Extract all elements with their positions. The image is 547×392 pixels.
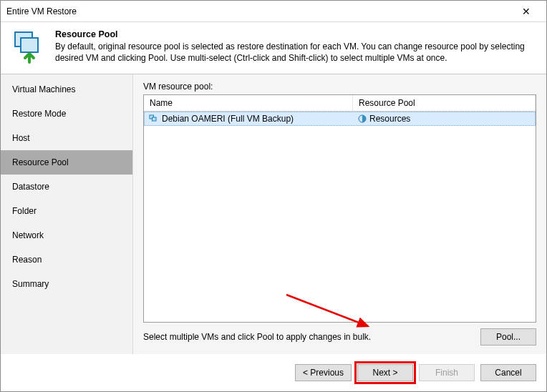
sidebar-item-network[interactable]: Network: [1, 223, 132, 248]
sidebar-item-host[interactable]: Host: [1, 126, 132, 150]
wizard-header: Resource Pool By default, original resou…: [1, 22, 546, 74]
sidebar-item-label: Virtual Machines: [12, 84, 76, 94]
wizard-buttons: < Previous Next > Finish Cancel: [1, 354, 546, 391]
header-description: By default, original resource pool is se…: [55, 41, 536, 64]
wizard-main: VM resource pool: Name Resource Pool Deb…: [133, 74, 546, 354]
wizard-sidebar: Virtual Machines Restore Mode Host Resou…: [1, 74, 133, 354]
sidebar-item-summary[interactable]: Summary: [1, 272, 132, 296]
table-header: Name Resource Pool: [144, 95, 536, 112]
hint-text: Select multiple VMs and click Pool to ap…: [143, 332, 371, 342]
sidebar-item-restore-mode[interactable]: Restore Mode: [1, 102, 132, 126]
sidebar-item-label: Network: [12, 230, 44, 240]
table-row[interactable]: Debian OAMERI (Full VM Backup) Resources: [144, 112, 536, 126]
previous-button[interactable]: < Previous: [295, 364, 352, 381]
wizard-body: Virtual Machines Restore Mode Host Resou…: [1, 74, 546, 354]
vm-icon: [149, 114, 159, 123]
sidebar-item-resource-pool[interactable]: Resource Pool: [1, 150, 132, 175]
sidebar-item-label: Folder: [12, 206, 37, 216]
sidebar-item-virtual-machines[interactable]: Virtual Machines: [1, 77, 132, 102]
footer-hint-row: Select multiple VMs and click Pool to ap…: [143, 328, 536, 346]
sidebar-item-label: Reason: [12, 255, 42, 265]
resource-pool-icon: [358, 114, 367, 123]
header-text: Resource Pool By default, original resou…: [55, 29, 536, 64]
finish-button[interactable]: Finish: [419, 364, 475, 381]
wizard-window: Entire VM Restore ✕ Resource Pool By def…: [0, 0, 547, 392]
sidebar-item-label: Host: [12, 133, 30, 143]
sidebar-item-label: Summary: [12, 279, 49, 289]
column-header-resource-pool[interactable]: Resource Pool: [353, 95, 536, 111]
resource-pool-header-icon: [11, 29, 45, 64]
vm-resource-pool-table: Name Resource Pool Debian OAMERI (Full V…: [143, 94, 536, 323]
close-button[interactable]: ✕: [512, 6, 541, 17]
list-label: VM resource pool:: [143, 82, 536, 92]
cell-resource-pool: Resources: [354, 113, 535, 124]
sidebar-item-label: Restore Mode: [12, 109, 66, 119]
cell-name-text: Debian OAMERI (Full VM Backup): [162, 114, 294, 124]
sidebar-item-label: Resource Pool: [12, 157, 69, 167]
svg-rect-3: [153, 117, 157, 121]
table-body: Debian OAMERI (Full VM Backup) Resources: [144, 112, 536, 322]
cell-name: Debian OAMERI (Full VM Backup): [145, 113, 354, 124]
sidebar-item-label: Datastore: [12, 182, 49, 192]
window-title: Entire VM Restore: [6, 6, 512, 16]
column-header-name[interactable]: Name: [144, 95, 353, 111]
pool-button[interactable]: Pool...: [480, 328, 536, 346]
cell-resource-pool-text: Resources: [369, 114, 410, 124]
header-title: Resource Pool: [55, 29, 536, 39]
sidebar-item-folder[interactable]: Folder: [1, 199, 132, 223]
next-button[interactable]: Next >: [357, 364, 413, 381]
svg-rect-1: [21, 38, 38, 52]
sidebar-item-reason[interactable]: Reason: [1, 248, 132, 272]
sidebar-item-datastore[interactable]: Datastore: [1, 175, 132, 199]
titlebar: Entire VM Restore ✕: [1, 1, 546, 22]
cancel-button[interactable]: Cancel: [480, 364, 536, 381]
